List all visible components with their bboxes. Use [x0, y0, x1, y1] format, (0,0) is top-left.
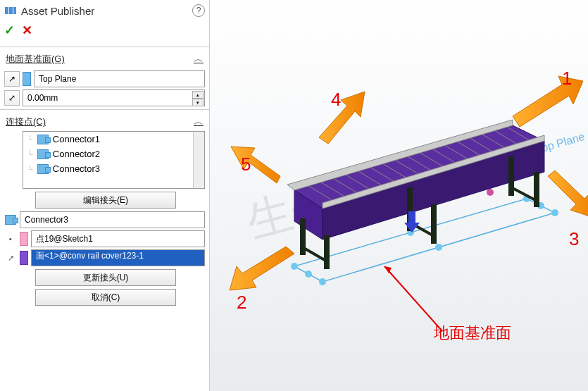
connectors-header[interactable]: 连接点(C) ︿ [4, 113, 205, 131]
offset-icon[interactable]: ⤢ [4, 90, 20, 106]
list-item: └Connector1 [23, 132, 204, 147]
svg-rect-1 [9, 7, 13, 14]
svg-marker-43 [404, 211, 420, 232]
connector-icon [37, 149, 49, 159]
connector-icon [37, 135, 49, 144]
edit-connector-button[interactable]: 编辑接头(E) [35, 192, 176, 209]
direction-field-icon: ↗ [4, 252, 17, 264]
arrow-label-5: 5 [241, 154, 251, 175]
arrow-label-4: 4 [331, 89, 341, 111]
connectors-list[interactable]: └Connector1 └Connector2 └Connector3 [23, 131, 205, 189]
arrow-4 [319, 92, 365, 144]
ground-plane-header[interactable]: 地面基准面(G) ︿ [4, 50, 205, 68]
cancel-connector-button[interactable]: 取消(C) [35, 289, 176, 306]
svg-point-6 [319, 278, 326, 285]
arrow-label-2: 2 [237, 292, 246, 314]
scrollbar[interactable] [193, 132, 204, 188]
svg-rect-37 [431, 204, 437, 244]
svg-point-9 [305, 271, 312, 278]
point-field-icon: ▪ [4, 232, 17, 245]
offset-input[interactable]: 0.00mm ▴▾ [23, 89, 205, 106]
chevron-up-icon: ︿ [194, 53, 204, 66]
connector-field-icon [4, 213, 17, 226]
flip-icon[interactable]: ↗ [4, 71, 20, 87]
svg-point-10 [435, 244, 442, 251]
arrow-5 [231, 147, 280, 183]
cancel-x-button[interactable]: ✕ [22, 23, 32, 38]
svg-point-3 [291, 263, 298, 270]
chevron-up-icon: ︿ [194, 116, 204, 128]
list-item: └Connector2 [23, 147, 204, 161]
svg-rect-0 [5, 7, 8, 14]
arrow-1 [513, 76, 583, 127]
asset-publisher-icon [4, 4, 17, 17]
svg-point-11 [487, 189, 494, 196]
ground-plane-input[interactable] [34, 70, 205, 87]
face-color-chip [20, 251, 28, 265]
svg-rect-35 [324, 235, 330, 269]
arrow-2 [230, 247, 294, 290]
list-item: └Connector3 [23, 161, 204, 176]
panel-title: Asset Publisher [21, 5, 188, 17]
plane-color-chip [23, 72, 31, 86]
arrow-label-3: 3 [569, 228, 579, 250]
svg-rect-2 [13, 7, 16, 14]
update-connector-button[interactable]: 更新接头(U) [35, 269, 176, 286]
spinner-up[interactable]: ▴ [192, 91, 204, 99]
connector-name-input[interactable] [20, 211, 205, 228]
connector-icon [37, 164, 49, 174]
spinner-down[interactable]: ▾ [192, 99, 204, 106]
ok-button[interactable]: ✓ [4, 23, 15, 38]
3d-viewport[interactable]: 生信科技 Top Plane [210, 0, 588, 391]
annotation-arrow [384, 266, 442, 331]
face-input[interactable]: 面<1>@conv rail cover123-1 [31, 249, 205, 266]
point-color-chip [20, 232, 28, 246]
arrow-label-1: 1 [562, 68, 572, 89]
point-input[interactable] [31, 230, 205, 247]
ground-plane-annotation: 地面基准面 [434, 323, 511, 344]
help-icon[interactable]: ? [192, 4, 205, 17]
svg-point-5 [551, 209, 558, 216]
